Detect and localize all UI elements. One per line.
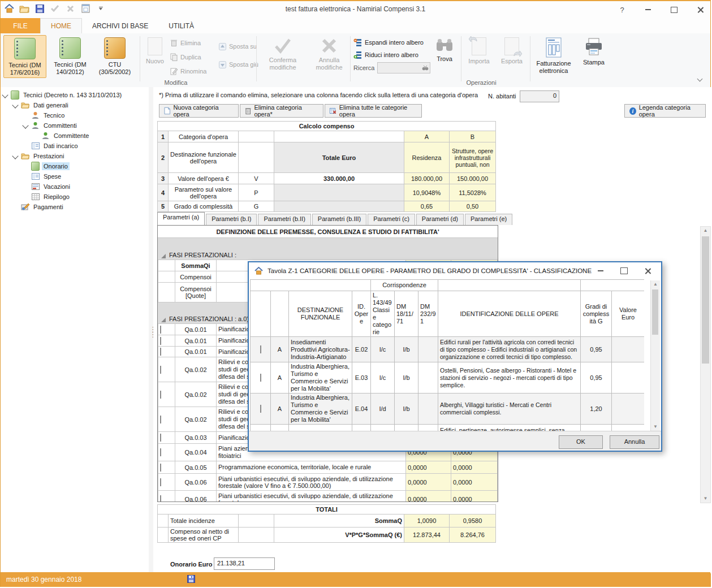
close-button[interactable]: [694, 4, 706, 15]
tab-parametri-a[interactable]: Parametri (a): [157, 212, 205, 225]
home-icon: [254, 267, 263, 275]
row-checkbox[interactable]: [160, 434, 161, 442]
tree-item-spese[interactable]: Spese: [23, 171, 63, 181]
espandi-albero-button[interactable]: Espandi intero albero: [353, 37, 430, 47]
dataset-tecnici-2012-button[interactable]: Tecnici (DM 140/2012): [49, 35, 92, 78]
fatturazione-elettronica-button[interactable]: Fatturazione elettronica: [532, 35, 575, 78]
row-checkbox[interactable]: [160, 326, 161, 334]
n-abitanti-input[interactable]: 0: [520, 90, 559, 102]
column-letter-a[interactable]: A: [404, 131, 450, 142]
tree-item-tecnico[interactable]: Tecnico: [23, 110, 66, 120]
tree-item-pagamenti[interactable]: Pagamenti: [13, 202, 65, 212]
group-modifica-label: Modifica: [136, 79, 215, 86]
parametri-tab-bar: Parametri (a) Parametri (b.I) Parametri …: [157, 214, 513, 225]
n-abitanti-label: N. abitanti: [488, 93, 516, 100]
nuovo-button: Nuovo: [142, 35, 168, 78]
trova-button[interactable]: Trova: [430, 35, 459, 78]
ok-button[interactable]: OK: [559, 435, 603, 449]
help-button[interactable]: ?: [616, 4, 628, 15]
elimina-tutte-categorie-button[interactable]: Elimina tutte le categorie opera: [325, 104, 422, 118]
maximize-button[interactable]: [668, 4, 680, 15]
statusbar-date: martedì 30 gennaio 2018: [6, 576, 81, 583]
dialog-titlebar[interactable]: Tavola Z-1 CATEGORIE DELLE OPERE - PARAM…: [249, 262, 661, 279]
scrollbar-thumb[interactable]: [702, 236, 709, 364]
tree-item-tecnici[interactable]: Tecnici (Decreto n. 143 31/10/2013): [3, 90, 123, 100]
dialog-scrollbar[interactable]: ▲ ▼: [650, 280, 660, 431]
legenda-categoria-button[interactable]: i Legenda categoria opera: [624, 104, 706, 118]
tab-home[interactable]: HOME: [40, 18, 82, 33]
minimize-button[interactable]: [642, 4, 654, 15]
row-checkbox[interactable]: [160, 464, 161, 472]
scroll-up-icon[interactable]: ▲: [651, 280, 660, 288]
binoculars-icon: [435, 37, 454, 53]
chevron-down-icon[interactable]: [12, 153, 18, 159]
scroll-down-icon[interactable]: ▼: [701, 495, 710, 503]
tab-parametri-e[interactable]: Parametri (e): [465, 214, 512, 225]
tab-parametri-b2[interactable]: Parametri (b.II): [258, 214, 310, 225]
nuova-categoria-button[interactable]: Nuova categoria opera: [159, 104, 239, 118]
main-scrollbar[interactable]: ▲ ▼: [700, 226, 711, 503]
row-checkbox[interactable]: [160, 478, 161, 486]
table-row: Qa.0.06Piani urbanistici esecutivi, di s…: [158, 474, 498, 491]
row-checkbox[interactable]: [160, 366, 161, 374]
tree-item-onorario[interactable]: Onorario: [23, 161, 70, 171]
rename-pencil-icon: [170, 67, 178, 75]
tab-parametri-d[interactable]: Parametri (d): [416, 214, 464, 225]
tab-archivi-di-base[interactable]: ARCHIVI DI BASE: [82, 18, 158, 33]
row-checkbox[interactable]: [260, 345, 261, 353]
dataset-ctu-button[interactable]: CTU (30/5/2002): [93, 35, 136, 78]
row-checkbox[interactable]: [160, 416, 161, 423]
row-checkbox[interactable]: [260, 374, 261, 382]
row-checkbox[interactable]: [160, 391, 161, 399]
tree-item-committente[interactable]: Committente: [33, 131, 90, 141]
sposta-giu-button: Sposta giù: [219, 58, 258, 71]
tree-item-vacazioni[interactable]: Vacazioni: [23, 181, 72, 192]
maximize-icon[interactable]: [620, 267, 628, 274]
dataset-tecnici-2016-button[interactable]: Tecnici (DM 17/6/2016): [3, 35, 46, 78]
onorario-input[interactable]: 21.138,21: [214, 557, 275, 570]
minimize-icon[interactable]: [598, 270, 603, 271]
tab-parametri-c[interactable]: Parametri (c): [368, 214, 415, 225]
stampa-button[interactable]: Stampa: [576, 35, 611, 78]
ricerca-input[interactable]: [377, 62, 430, 74]
tree-item-prestazioni[interactable]: Prestazioni: [13, 151, 66, 161]
tree-item-dati-incarico[interactable]: Dati incarico: [23, 141, 80, 151]
navigation-tree: Tecnici (Decreto n. 143 31/10/2013) Dati…: [1, 87, 149, 573]
collapse-ribbon-icon[interactable]: [698, 78, 702, 83]
close-icon[interactable]: [645, 268, 651, 274]
group-row-fasi[interactable]: FASI PRESTAZIONALI :: [158, 238, 498, 260]
row-checkbox[interactable]: [160, 337, 161, 345]
group-expanded-icon[interactable]: [161, 318, 166, 322]
tree-item-dati-generali[interactable]: Dati generali: [13, 100, 70, 110]
scroll-up-icon[interactable]: ▲: [701, 227, 710, 235]
save-icon[interactable]: [187, 575, 195, 585]
printer-icon: [584, 37, 603, 57]
col-header: DESTINAZIONE FUNZIONALE: [289, 291, 352, 337]
new-document-icon: [148, 37, 162, 55]
row-number: 2: [158, 142, 169, 173]
tree-item-committenti[interactable]: Committenti: [23, 120, 79, 131]
totali-table: TOTALI Totale incidenze SommaQ 1,0090 0,…: [157, 504, 496, 543]
riduci-albero-button[interactable]: Riduci intero albero: [353, 50, 430, 60]
table-row: A Industria Alberghiera, Turismo e Comme…: [251, 394, 645, 425]
tab-parametri-b1[interactable]: Parametri (b.I): [206, 214, 257, 225]
group-expanded-icon[interactable]: [161, 254, 166, 258]
column-letter-b[interactable]: B: [450, 131, 496, 142]
tab-parametri-b3[interactable]: Parametri (b.III): [312, 214, 366, 225]
dialog-table: Corrispondenze DESTINAZIONE FUNZIONALE I…: [250, 279, 644, 431]
row-checkbox[interactable]: [160, 495, 161, 503]
tree-item-riepilogo[interactable]: Riepilogo: [23, 192, 71, 202]
row-checkbox[interactable]: [160, 448, 161, 456]
dialog-title: Tavola Z-1 CATEGORIE DELLE OPERE - PARAM…: [267, 267, 593, 274]
chevron-down-icon[interactable]: [2, 92, 8, 98]
chevron-down-icon[interactable]: [12, 102, 18, 108]
scrollbar-thumb[interactable]: [652, 289, 658, 335]
chevron-down-icon[interactable]: [22, 122, 28, 128]
tab-utilita[interactable]: UTILITÀ: [158, 18, 204, 33]
row-checkbox[interactable]: [260, 405, 261, 413]
elimina-categoria-button[interactable]: Elimina categoria opera*: [240, 104, 323, 118]
tab-file[interactable]: FILE: [1, 18, 40, 33]
scroll-down-icon[interactable]: ▼: [651, 423, 660, 431]
annulla-button[interactable]: Annulla: [610, 435, 659, 449]
row-checkbox[interactable]: [160, 348, 161, 356]
